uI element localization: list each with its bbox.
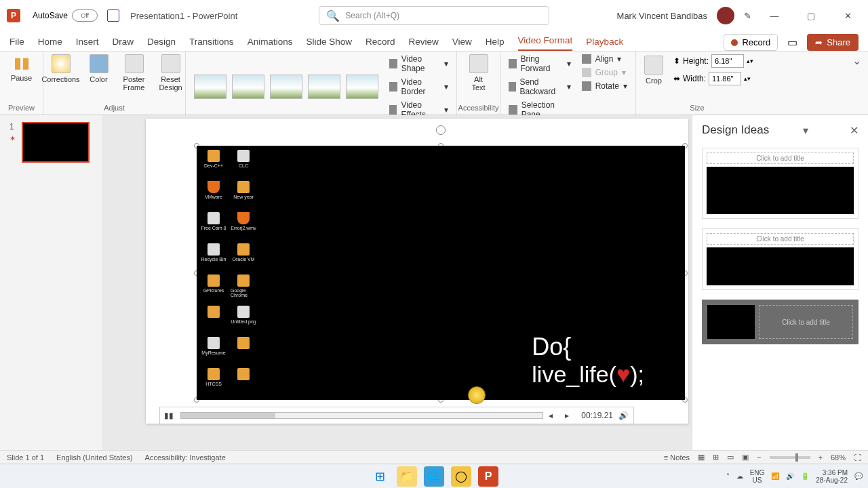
- design-idea-card[interactable]: Click to add title: [702, 148, 859, 219]
- collapse-ribbon-icon[interactable]: ⌄: [846, 52, 868, 115]
- zoom-slider[interactable]: [770, 456, 810, 459]
- pause-playback-button[interactable]: ▮▮: [164, 411, 175, 420]
- video-style-thumb[interactable]: [346, 75, 378, 99]
- user-name[interactable]: Mark Vincent Bandibas: [617, 11, 707, 21]
- language-indicator[interactable]: ENGUS: [750, 469, 765, 484]
- wifi-icon[interactable]: 📶: [771, 472, 779, 480]
- language-status[interactable]: English (United States): [56, 453, 133, 462]
- sorter-view-icon[interactable]: ⊞: [713, 453, 719, 462]
- design-idea-placeholder: Click to add title: [707, 152, 854, 164]
- group-button[interactable]: Group▾: [582, 68, 627, 77]
- color-button[interactable]: Color: [86, 54, 112, 83]
- slide-counter[interactable]: Slide 1 of 1: [7, 453, 44, 462]
- save-icon[interactable]: [107, 9, 119, 22]
- accessibility-status[interactable]: Accessibility: Investigate: [145, 453, 226, 462]
- video-style-thumb[interactable]: [270, 75, 302, 99]
- align-button[interactable]: Align▾: [582, 54, 627, 64]
- step-back-button[interactable]: ◂: [549, 411, 559, 420]
- notifications-icon[interactable]: 💬: [854, 472, 863, 480]
- design-idea-placeholder: Click to add title: [707, 233, 854, 245]
- edge-icon[interactable]: 🌐: [424, 466, 444, 487]
- tab-design[interactable]: Design: [147, 37, 176, 51]
- tab-view[interactable]: View: [452, 37, 472, 51]
- tab-transitions[interactable]: Transitions: [189, 37, 234, 51]
- tab-review[interactable]: Review: [409, 37, 439, 51]
- tab-draw[interactable]: Draw: [113, 37, 134, 51]
- align-label: Align: [595, 54, 614, 64]
- fit-window-icon[interactable]: ⛶: [854, 453, 861, 462]
- normal-view-icon[interactable]: ▦: [698, 453, 705, 462]
- close-button[interactable]: ✕: [834, 6, 861, 25]
- alt-text-button[interactable]: Alt Text: [462, 54, 496, 92]
- design-idea-card[interactable]: Click to add title: [702, 300, 859, 344]
- chevron-down-icon: ▾: [444, 82, 448, 92]
- tab-home[interactable]: Home: [38, 37, 62, 51]
- backward-icon: [509, 82, 516, 92]
- pause-button[interactable]: ▮▮Pause: [5, 54, 39, 82]
- volume-button[interactable]: 🔊: [618, 411, 629, 420]
- corrections-button[interactable]: Corrections: [44, 54, 78, 83]
- tab-playback[interactable]: Playback: [586, 37, 623, 51]
- volume-tray-icon[interactable]: 🔊: [786, 472, 794, 480]
- design-idea-thumb: [707, 247, 854, 285]
- clock[interactable]: 3:36 PM28-Aug-22: [816, 469, 848, 484]
- tab-file[interactable]: File: [9, 37, 24, 51]
- pen-icon[interactable]: ✎: [744, 11, 751, 21]
- design-idea-card[interactable]: Click to add title: [702, 228, 859, 290]
- tab-slideshow[interactable]: Slide Show: [306, 37, 352, 51]
- rotate-handle[interactable]: [436, 125, 446, 135]
- present-mode-icon[interactable]: ▭: [787, 36, 797, 49]
- tab-help[interactable]: Help: [486, 37, 505, 51]
- zoom-in-button[interactable]: +: [818, 453, 823, 462]
- slideshow-view-icon[interactable]: ▣: [742, 453, 749, 462]
- slide-canvas[interactable]: Dev-C++CLCVMwareNew yearFree Cam 8Errorj…: [102, 115, 692, 450]
- video-object[interactable]: Dev-C++CLCVMwareNew yearFree Cam 8Errorj…: [197, 146, 685, 400]
- zoom-out-button[interactable]: −: [757, 453, 761, 462]
- forward-icon: [509, 59, 517, 68]
- width-input[interactable]: 11.86": [709, 72, 741, 85]
- poster-frame-button[interactable]: Poster Frame: [120, 54, 149, 92]
- video-shape-button[interactable]: Video Shape▾: [389, 54, 448, 73]
- file-explorer-icon[interactable]: 📁: [397, 466, 417, 487]
- step-forward-button[interactable]: ▸: [565, 411, 576, 420]
- group-size: Size: [690, 104, 704, 113]
- record-button[interactable]: Record: [724, 34, 778, 51]
- tab-record[interactable]: Record: [366, 37, 395, 51]
- powerpoint-taskbar-icon[interactable]: P: [478, 466, 498, 487]
- height-input[interactable]: 6.18": [711, 54, 744, 68]
- pane-menu-icon[interactable]: ▾: [803, 124, 808, 137]
- onedrive-icon[interactable]: ☁: [736, 472, 743, 480]
- start-button[interactable]: ⊞: [370, 466, 390, 487]
- bring-forward-button[interactable]: Bring Forward▾: [509, 54, 571, 73]
- search-input[interactable]: 🔍 Search (Alt+Q): [319, 6, 549, 25]
- maximize-button[interactable]: ▢: [797, 6, 825, 25]
- stepper-icon[interactable]: ▴▾: [744, 75, 751, 82]
- tab-animations[interactable]: Animations: [248, 37, 293, 51]
- reset-design-button[interactable]: Reset Design: [157, 54, 185, 92]
- send-backward-button[interactable]: Send Backward▾: [509, 77, 571, 96]
- chrome-icon[interactable]: ◯: [451, 466, 471, 487]
- video-style-thumb[interactable]: [194, 75, 226, 99]
- video-styles-gallery[interactable]: [194, 75, 378, 99]
- battery-icon[interactable]: 🔋: [801, 472, 809, 480]
- width-label: Width:: [683, 74, 706, 83]
- close-pane-button[interactable]: ✕: [850, 124, 859, 137]
- share-button[interactable]: ➦Share: [807, 34, 859, 51]
- tab-insert[interactable]: Insert: [76, 37, 99, 51]
- tab-video-format[interactable]: Video Format: [518, 35, 573, 51]
- video-border-button[interactable]: Video Border▾: [389, 77, 448, 96]
- notes-button[interactable]: ≡ Notes: [664, 453, 690, 462]
- video-progress-bar[interactable]: [180, 412, 543, 419]
- zoom-percent[interactable]: 68%: [831, 453, 846, 462]
- avatar[interactable]: [717, 7, 734, 24]
- stepper-icon[interactable]: ▴▾: [747, 58, 753, 64]
- minimize-button[interactable]: —: [761, 6, 788, 25]
- rotate-button[interactable]: Rotate▾: [582, 81, 627, 91]
- crop-button[interactable]: Crop: [641, 56, 667, 85]
- tray-chevron-icon[interactable]: ˄: [726, 472, 730, 480]
- video-style-thumb[interactable]: [308, 75, 340, 99]
- autosave-toggle[interactable]: Off: [72, 9, 98, 22]
- slide-thumbnail[interactable]: 1 ✶: [22, 122, 90, 163]
- video-style-thumb[interactable]: [232, 75, 264, 99]
- reading-view-icon[interactable]: ▭: [727, 453, 734, 462]
